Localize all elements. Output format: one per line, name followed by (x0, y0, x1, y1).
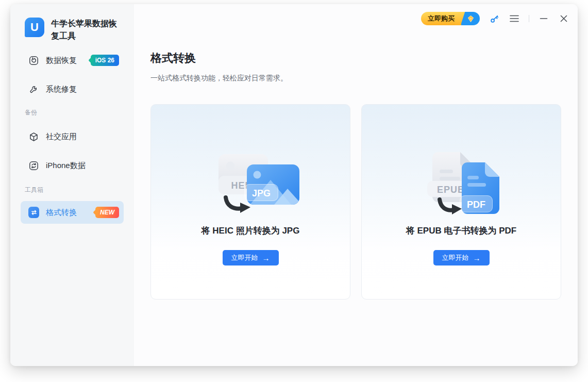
sidebar-item-label: 数据恢复 (46, 56, 77, 65)
section-label-backup: 备份 (25, 108, 134, 117)
cube-icon (28, 131, 39, 142)
close-button[interactable] (558, 13, 569, 24)
card-epub-to-pdf[interactable]: EPUB PDF (361, 104, 561, 300)
arrow-right-icon: → (262, 254, 270, 262)
minimize-button[interactable] (538, 13, 549, 24)
page-subtitle: 一站式格式转换功能，轻松应对日常需求。 (150, 74, 578, 83)
heic-to-jpg-illustration-icon: HEIC JPG (199, 150, 302, 219)
card-title: 将 HEIC 照片转换为 JPG (201, 225, 300, 237)
sidebar-item-iphone-data[interactable]: iPhone数据 (21, 154, 124, 177)
menu-icon[interactable] (509, 13, 520, 24)
topbar: 立即购买 (134, 4, 578, 33)
sidebar-item-format-conversion[interactable]: 格式转换 NEW (21, 201, 124, 224)
restore-icon (28, 55, 39, 66)
section-label-toolbox: 工具箱 (25, 185, 134, 194)
sidebar-item-social-apps[interactable]: 社交应用 (21, 125, 124, 148)
sidebar: U 牛学长苹果数据恢复工具 数据恢复 iOS 26 (10, 4, 134, 366)
app-window: U 牛学长苹果数据恢复工具 数据恢复 iOS 26 (10, 4, 578, 366)
sidebar-item-system-repair[interactable]: 系统修复 (21, 78, 124, 101)
arrow-right-icon: → (473, 254, 481, 262)
card-title: 将 EPUB 电子书转换为 PDF (406, 225, 516, 237)
sidebar-item-data-recovery[interactable]: 数据恢复 iOS 26 (21, 49, 124, 72)
epub-to-pdf-illustration-icon: EPUB PDF (410, 150, 513, 219)
sidebar-item-label: 系统修复 (46, 85, 77, 94)
buy-now-button[interactable]: 立即购买 (421, 12, 480, 25)
new-badge: NEW (95, 207, 119, 218)
sync-icon (28, 160, 39, 171)
register-key-icon[interactable] (489, 13, 500, 24)
gem-icon (461, 12, 480, 25)
sidebar-item-label: 社交应用 (46, 132, 77, 142)
format-label-jpg: JPG (252, 188, 271, 198)
logo-row: U 牛学长苹果数据恢复工具 (25, 18, 124, 42)
start-button-label: 立即开始 (231, 253, 258, 262)
format-label-epub: EPUB (437, 185, 465, 195)
sidebar-nav: 数据恢复 iOS 26 系统修复 备份 (10, 49, 134, 224)
conversion-cards: HEIC JPG (150, 104, 578, 300)
ios-badge: iOS 26 (91, 55, 119, 66)
sidebar-item-label: 格式转换 (46, 208, 77, 218)
topbar-divider (529, 15, 529, 22)
sidebar-item-label: iPhone数据 (46, 161, 86, 171)
wrench-icon (28, 84, 39, 95)
main-panel: 立即购买 (134, 4, 578, 366)
convert-icon (28, 207, 39, 218)
page-title: 格式转换 (150, 51, 578, 66)
content-area: 格式转换 一站式格式转换功能，轻松应对日常需求。 (134, 33, 578, 300)
start-button-epub-pdf[interactable]: 立即开始 → (433, 250, 490, 265)
card-heic-to-jpg[interactable]: HEIC JPG (150, 104, 350, 300)
app-title: 牛学长苹果数据恢复工具 (51, 18, 124, 42)
format-label-pdf: PDF (467, 200, 485, 210)
start-button-heic-jpg[interactable]: 立即开始 → (223, 250, 279, 265)
start-button-label: 立即开始 (442, 253, 469, 262)
app-logo-icon: U (25, 18, 44, 37)
